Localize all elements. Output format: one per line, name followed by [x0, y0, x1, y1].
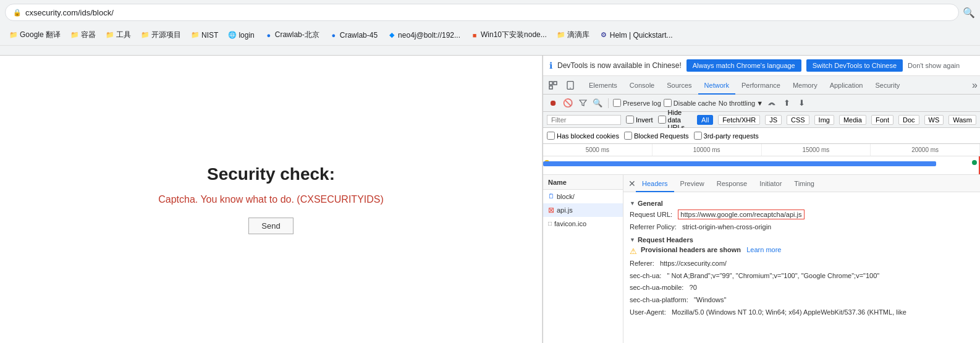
- bookmarks-bar: 📁 Google 翻译 📁 容器 📁 工具 📁 开源项目 📁 NIST 🌐 lo…: [0, 25, 980, 46]
- type-ws-button[interactable]: WS: [924, 115, 944, 125]
- address-bar-row: 🔒 cxsecurity.com/ids/block/ 🔍: [0, 0, 980, 25]
- warning-icon: ⚠: [630, 247, 637, 256]
- sec-ch-ua-row: sec-ch-ua: " Not A;Brand";v="99", "Chrom…: [630, 271, 974, 282]
- type-fetch-xhr-button[interactable]: Fetch/XHR: [718, 115, 760, 125]
- bookmark-helm[interactable]: ⚙ Helm | Quickstart...: [595, 29, 677, 41]
- always-match-language-button[interactable]: Always match Chrome's language: [686, 59, 801, 72]
- request-url-value[interactable]: https://www.google.com/recaptcha/api.js: [678, 210, 804, 219]
- tab-application[interactable]: Application: [824, 76, 869, 95]
- crawlab-icon: ●: [264, 31, 273, 40]
- search-icon[interactable]: 🔍: [591, 97, 604, 109]
- disable-cache-checkbox[interactable]: Disable cache: [664, 99, 716, 107]
- type-wasm-button[interactable]: Wasm: [948, 115, 976, 125]
- bookmark-container[interactable]: 📁 容器: [66, 28, 100, 42]
- import-icon[interactable]: ⬆: [780, 97, 793, 109]
- timeline-marker-3: 15000 ms: [762, 144, 871, 156]
- filter-input[interactable]: [547, 115, 621, 125]
- throttle-dropdown[interactable]: No throttling ▼: [719, 100, 763, 107]
- detail-tab-initiator[interactable]: Initiator: [753, 175, 788, 192]
- detail-tab-headers[interactable]: Headers: [636, 175, 674, 192]
- type-js-button[interactable]: JS: [765, 115, 782, 125]
- bookmark-crawlab-45[interactable]: ● Crawlab-45: [325, 29, 382, 41]
- mobile-icon[interactable]: [563, 78, 578, 93]
- type-media-button[interactable]: Media: [839, 115, 866, 125]
- bookmark-neo4j[interactable]: ◆ neo4j@bolt://192...: [383, 29, 465, 41]
- invert-checkbox[interactable]: Invert: [626, 116, 653, 124]
- bookmark-win10[interactable]: ■ Win10下安装node...: [466, 28, 551, 42]
- separator: [608, 98, 609, 108]
- detail-tab-preview[interactable]: Preview: [674, 175, 711, 192]
- name-item-favicon[interactable]: □ favicon.ico: [543, 217, 623, 231]
- type-font-button[interactable]: Font: [871, 115, 893, 125]
- timeline-marker-2: 10000 ms: [653, 144, 762, 156]
- crawlab-icon: ●: [329, 31, 338, 40]
- bookmark-tools[interactable]: 📁 工具: [101, 28, 135, 42]
- filter-icon[interactable]: [577, 97, 589, 109]
- tab-network[interactable]: Network: [698, 76, 735, 95]
- preserve-log-checkbox[interactable]: Preserve log: [613, 99, 661, 107]
- tab-performance[interactable]: Performance: [735, 76, 787, 95]
- info-icon: ℹ: [549, 61, 552, 70]
- type-doc-button[interactable]: Doc: [898, 115, 919, 125]
- blocked-requests-checkbox[interactable]: Blocked Requests: [624, 132, 689, 140]
- switch-devtools-chinese-button[interactable]: Switch DevTools to Chinese: [806, 59, 903, 72]
- record-button[interactable]: ⏺: [547, 97, 559, 109]
- name-column-header: Name: [543, 175, 623, 190]
- folder-icon: 📁: [106, 31, 114, 40]
- network-conditions-icon[interactable]: [766, 97, 778, 109]
- tab-sources[interactable]: Sources: [661, 76, 698, 95]
- svg-point-4: [570, 87, 571, 88]
- learn-more-link[interactable]: Learn more: [746, 246, 781, 253]
- referer-row: Referer: https://cxsecurity.com/: [630, 258, 974, 269]
- neo4j-icon: ◆: [387, 31, 396, 40]
- folder-icon: 📁: [9, 31, 18, 40]
- tab-elements[interactable]: Elements: [583, 76, 623, 95]
- send-button[interactable]: Send: [248, 218, 293, 234]
- tab-security[interactable]: Security: [869, 76, 906, 95]
- clear-button[interactable]: 🚫: [562, 97, 574, 109]
- filter-bar: Invert Hide data URLs All Fetch/XHR JS C…: [543, 112, 980, 128]
- filter-bar-2: Has blocked cookies Blocked Requests 3rd…: [543, 128, 980, 144]
- svg-rect-0: [549, 82, 552, 85]
- address-bar[interactable]: 🔒 cxsecurity.com/ids/block/: [5, 4, 959, 21]
- third-party-requests-checkbox[interactable]: 3rd-party requests: [694, 132, 759, 140]
- tab-memory[interactable]: Memory: [787, 76, 824, 95]
- has-blocked-cookies-checkbox[interactable]: Has blocked cookies: [547, 132, 619, 140]
- bookmark-login[interactable]: 🌐 login: [224, 29, 258, 41]
- type-img-button[interactable]: Img: [814, 115, 834, 125]
- detail-close-button[interactable]: ✕: [628, 179, 636, 188]
- warning-row: ⚠ Provisional headers are shown Learn mo…: [630, 246, 974, 256]
- detail-tab-timing[interactable]: Timing: [788, 175, 821, 192]
- address-url: cxsecurity.com/ids/block/: [25, 8, 114, 17]
- dont-show-again-button[interactable]: Don't show again: [908, 62, 960, 69]
- tab-console[interactable]: Console: [623, 76, 661, 95]
- bookmark-crawlab-beijing[interactable]: ● Crawlab-北京: [260, 28, 324, 42]
- export-icon[interactable]: ⬇: [795, 97, 808, 109]
- globe-icon: 🌐: [228, 31, 237, 40]
- more-tabs-icon[interactable]: »: [972, 80, 978, 91]
- name-item-block[interactable]: 🗒 block/: [543, 190, 623, 203]
- timeline-green-dot: [972, 160, 977, 165]
- error-icon: ⊠: [548, 203, 554, 217]
- devtools-toolbar: ⏺ 🚫 🔍 Preserve log Disable cache No thro…: [543, 95, 980, 112]
- name-item-apijs[interactable]: ⊠ api.js: [543, 203, 623, 217]
- devtools-notification: ℹ DevTools is now available in Chinese! …: [543, 56, 980, 76]
- timeline-header: 5000 ms 10000 ms 15000 ms 20000 ms: [543, 144, 980, 156]
- detail-tab-response[interactable]: Response: [711, 175, 754, 192]
- bookmark-google-translate[interactable]: 📁 Google 翻译: [5, 28, 65, 42]
- svg-rect-1: [554, 82, 557, 85]
- search-icon[interactable]: 🔍: [963, 7, 975, 19]
- bookmark-nist[interactable]: 📁 NIST: [187, 29, 222, 41]
- chevron-down-icon: ▼: [756, 100, 763, 107]
- type-all-button[interactable]: All: [697, 115, 713, 125]
- type-css-button[interactable]: CSS: [787, 115, 809, 125]
- timeline-blue-bar: [543, 161, 936, 166]
- folder-icon: 📁: [557, 31, 565, 40]
- bookmark-open-source[interactable]: 📁 开源项目: [137, 28, 185, 42]
- page-icon: 🗒: [548, 190, 554, 203]
- bookmark-drainlib[interactable]: 📁 滴滴库: [552, 28, 594, 42]
- user-agent-row: User-Agent: Mozilla/5.0 (Windows NT 10.0…: [630, 307, 974, 318]
- timeline-marker-4: 20000 ms: [871, 144, 980, 156]
- inspect-icon[interactable]: [546, 78, 560, 93]
- page-content: Security check: Captcha. You know what t…: [0, 56, 543, 343]
